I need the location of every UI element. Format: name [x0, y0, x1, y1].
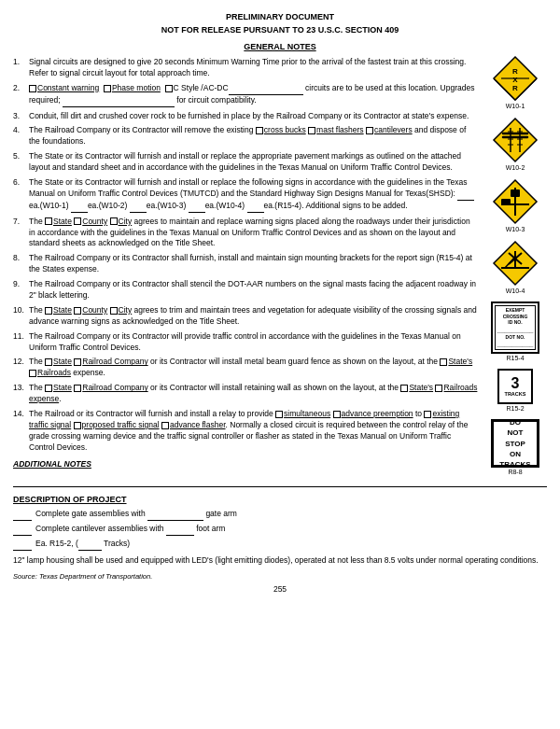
- desc-item-1: Complete gate assemblies with gate arm: [13, 509, 547, 521]
- checkbox-county-7[interactable]: [74, 217, 81, 225]
- sign-w10-3: W10-3: [492, 178, 539, 232]
- note-4: 4. The Railroad Company or its Contracto…: [13, 125, 478, 147]
- svg-marker-11: [494, 119, 537, 161]
- note-11: 11. The Railroad Company or its Contract…: [13, 331, 478, 354]
- r15-2-number: 3: [511, 376, 520, 391]
- rxr-sign-overlay: R X R: [492, 55, 539, 102]
- checkbox-railroad-12[interactable]: [74, 358, 81, 366]
- w10-4-label: W10-4: [506, 287, 525, 294]
- desc-note: 12" lamp housing shall be used and equip…: [13, 555, 547, 567]
- sign-r8-8: DO NOT STOP ON TRACKS R8-8: [491, 419, 539, 475]
- checkbox-state-10[interactable]: [45, 307, 52, 315]
- r15-4-box: EXEMPT CROSSING ID NO. __________ DOT NO…: [491, 301, 539, 354]
- sign-w10-1: R R X R X R W10-1: [492, 57, 539, 109]
- note-9: 9. The Railroad Company or its Contracto…: [13, 279, 478, 301]
- description-section: DESCRIPTION OF PROJECT Complete gate ass…: [13, 495, 547, 567]
- svg-text:R: R: [512, 67, 518, 76]
- checkbox-county-10[interactable]: [74, 307, 81, 315]
- sign-r15-2: 3 TRACKS R15-2: [497, 369, 533, 412]
- sign-w10-4: W10-4: [492, 240, 539, 294]
- svg-rect-25: [501, 199, 511, 204]
- additional-notes: ADDITIONAL NOTES: [13, 459, 478, 469]
- r15-4-label: R15-4: [506, 355, 524, 361]
- svg-rect-26: [511, 189, 520, 197]
- w10-3-svg: [492, 178, 539, 225]
- checkbox-existing-traffic[interactable]: [424, 411, 431, 418]
- checkbox-cantilevers[interactable]: [366, 127, 373, 134]
- checkbox-state-13[interactable]: [45, 385, 52, 392]
- source-text: Source: Texas Department of Transportati…: [13, 572, 547, 581]
- r15-4-text: EXEMPT CROSSING ID NO. __________ DOT NO…: [495, 305, 536, 350]
- signs-column: R R X R X R W10-1: [483, 57, 547, 479]
- r8-8-label: R8-8: [508, 469, 522, 475]
- note-7: 7. The State County City agrees to maint…: [13, 217, 478, 250]
- checkbox-advance-flasher[interactable]: [161, 422, 169, 429]
- note-5: 5. The State or its Contractor will furn…: [13, 151, 478, 174]
- note-10: 10. The State County City agrees to trim…: [13, 305, 478, 328]
- checkbox-railroads-13[interactable]: [435, 385, 442, 392]
- divider: [13, 486, 547, 487]
- checkbox-state-12[interactable]: [45, 358, 52, 366]
- desc-item-2: Complete cantilever assemblies with foot…: [13, 524, 547, 536]
- checkbox-phase-motion[interactable]: [104, 85, 111, 92]
- checkbox-mast-flashers[interactable]: [308, 127, 315, 134]
- r15-2-label: R15-2: [506, 405, 524, 412]
- w10-3-label: W10-3: [506, 226, 525, 232]
- checkbox-advance-preemption[interactable]: [333, 411, 341, 418]
- notes-column: 1. Signal circuits are designed to give …: [13, 57, 478, 479]
- r8-8-text: DO NOT STOP ON TRACKS: [499, 417, 530, 470]
- checkbox-cross-bucks[interactable]: [256, 127, 263, 134]
- r8-8-box: DO NOT STOP ON TRACKS: [491, 419, 539, 468]
- w10-2-svg: [492, 117, 539, 163]
- checkbox-state-7[interactable]: [45, 217, 52, 225]
- checkbox-states-13[interactable]: [400, 385, 408, 392]
- checkbox-railroads-12[interactable]: [29, 370, 36, 377]
- note-1: 1. Signal circuits are designed to give …: [13, 57, 478, 79]
- checkbox-proposed-traffic[interactable]: [74, 422, 81, 429]
- w10-2-label: W10-2: [506, 164, 525, 171]
- checkbox-city-10[interactable]: [110, 307, 118, 315]
- note-14: 14. The Railroad or its Contractor will …: [13, 409, 478, 454]
- note-13: 13. The State Railroad Company or its Co…: [13, 383, 478, 405]
- note-12: 12. The State Railroad Company or its Co…: [13, 357, 478, 379]
- r15-2-box: 3 TRACKS: [497, 369, 533, 404]
- section-title: GENERAL NOTES: [13, 42, 547, 51]
- checkbox-c-style[interactable]: [165, 85, 173, 92]
- desc-item-3: Ea. R15-2, ( Tracks): [13, 539, 547, 551]
- note-6: 6. The State or its Contractor will furn…: [13, 177, 478, 213]
- sign-r15-4: EXEMPT CROSSING ID NO. __________ DOT NO…: [491, 301, 539, 361]
- note-3: 3. Conduit, fill dirt and crushed cover …: [13, 111, 478, 122]
- header-line2: NOT FOR RELEASE PURSUANT TO 23 U.S.C. SE…: [13, 24, 547, 37]
- header: PRELIMINARY DOCUMENT NOT FOR RELEASE PUR…: [13, 11, 547, 51]
- note-8: 8. The Railroad Company or its Contracto…: [13, 253, 478, 275]
- page-number: 255: [13, 584, 547, 594]
- note-2: 2. Constant warning Phase motion C Style…: [13, 83, 478, 107]
- checkbox-constant-warning[interactable]: [29, 85, 36, 92]
- checkbox-simultaneous[interactable]: [275, 411, 283, 418]
- r15-2-tracks: TRACKS: [505, 391, 526, 398]
- checkbox-railroad-13[interactable]: [74, 385, 81, 392]
- main-content: 1. Signal circuits are designed to give …: [13, 57, 547, 479]
- w10-4-svg: [492, 240, 539, 287]
- svg-text:R: R: [512, 84, 518, 92]
- description-title: DESCRIPTION OF PROJECT: [13, 495, 547, 504]
- sign-w10-2: W10-2: [492, 117, 539, 171]
- checkbox-states-12[interactable]: [440, 358, 447, 366]
- w10-1-label: W10-1: [506, 103, 525, 109]
- checkbox-city-7[interactable]: [110, 217, 118, 225]
- svg-text:X: X: [512, 76, 518, 84]
- header-line1: PRELIMINARY DOCUMENT: [13, 11, 547, 24]
